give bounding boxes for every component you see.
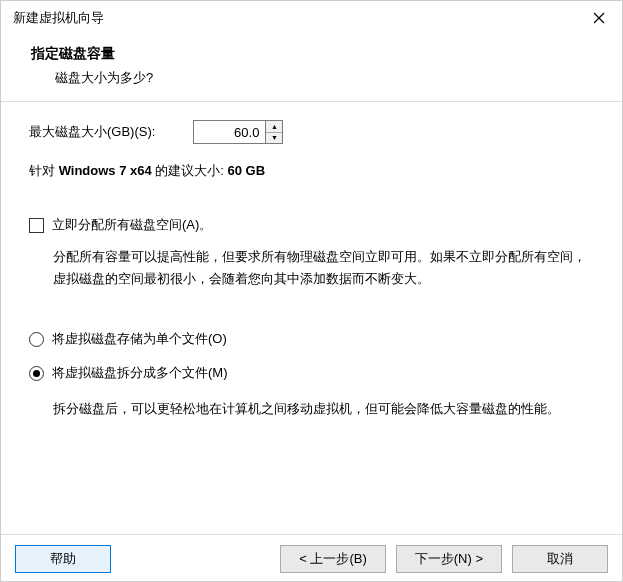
- spinner-up-button[interactable]: ▲: [266, 121, 282, 133]
- recommend-prefix: 针对: [29, 163, 59, 178]
- help-button[interactable]: 帮助: [15, 545, 111, 573]
- next-button[interactable]: 下一步(N) >: [396, 545, 502, 573]
- spinner-down-button[interactable]: ▼: [266, 133, 282, 144]
- page-title: 指定磁盘容量: [31, 45, 600, 63]
- max-disk-spinner[interactable]: ▲ ▼: [193, 120, 283, 144]
- back-button[interactable]: < 上一步(B): [280, 545, 386, 573]
- store-split-label: 将虚拟磁盘拆分成多个文件(M): [52, 364, 228, 382]
- store-split-radio[interactable]: [29, 366, 44, 381]
- allocate-now-checkbox[interactable]: [29, 218, 44, 233]
- store-split-description: 拆分磁盘后，可以更轻松地在计算机之间移动虚拟机，但可能会降低大容量磁盘的性能。: [53, 398, 594, 420]
- close-button[interactable]: [576, 1, 622, 35]
- recommended-size-text: 针对 Windows 7 x64 的建议大小: 60 GB: [29, 162, 594, 180]
- max-disk-label: 最大磁盘大小(GB)(S):: [29, 123, 155, 141]
- allocate-now-label: 立即分配所有磁盘空间(A)。: [52, 216, 212, 234]
- allocate-now-description: 分配所有容量可以提高性能，但要求所有物理磁盘空间立即可用。如果不立即分配所有空间…: [53, 246, 594, 290]
- wizard-footer: 帮助 < 上一步(B) 下一步(N) > 取消: [1, 534, 622, 582]
- cancel-button[interactable]: 取消: [512, 545, 608, 573]
- store-single-radio-row[interactable]: 将虚拟磁盘存储为单个文件(O): [29, 330, 594, 348]
- recommend-mid: 的建议大小:: [152, 163, 228, 178]
- close-icon: [593, 12, 605, 24]
- page-subtitle: 磁盘大小为多少?: [55, 69, 600, 87]
- store-single-label: 将虚拟磁盘存储为单个文件(O): [52, 330, 227, 348]
- window-title: 新建虚拟机向导: [13, 9, 104, 27]
- allocate-now-checkbox-row[interactable]: 立即分配所有磁盘空间(A)。: [29, 216, 594, 234]
- footer-right-group: < 上一步(B) 下一步(N) > 取消: [280, 545, 608, 573]
- wizard-header: 指定磁盘容量 磁盘大小为多少?: [1, 35, 622, 101]
- titlebar: 新建虚拟机向导: [1, 1, 622, 35]
- store-single-radio[interactable]: [29, 332, 44, 347]
- recommend-os: Windows 7 x64: [59, 163, 152, 178]
- max-disk-input[interactable]: [193, 120, 265, 144]
- spinner-buttons: ▲ ▼: [265, 120, 283, 144]
- content-area: 最大磁盘大小(GB)(S): ▲ ▼ 针对 Windows 7 x64 的建议大…: [1, 102, 622, 420]
- store-split-radio-row[interactable]: 将虚拟磁盘拆分成多个文件(M): [29, 364, 594, 382]
- recommend-size: 60 GB: [228, 163, 266, 178]
- max-disk-row: 最大磁盘大小(GB)(S): ▲ ▼: [29, 120, 594, 144]
